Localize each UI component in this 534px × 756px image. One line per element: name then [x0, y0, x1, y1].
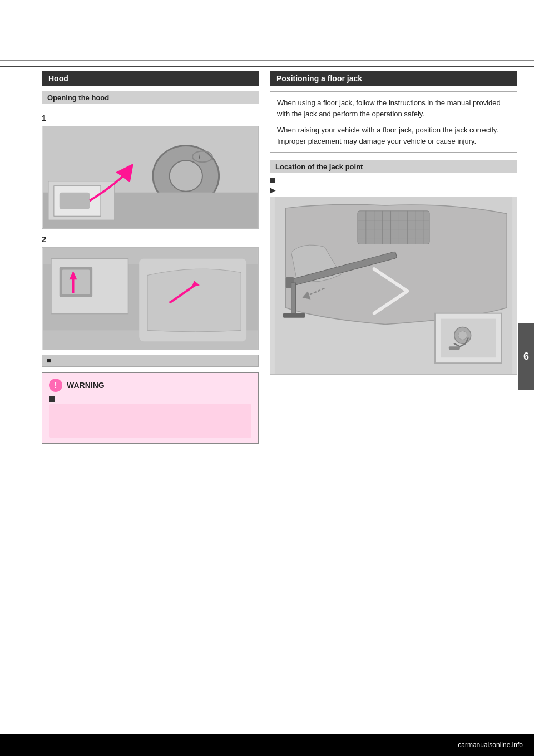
- svg-rect-33: [283, 313, 305, 318]
- floor-jack-info-box: When using a floor jack, follow the inst…: [270, 91, 517, 153]
- opening-hood-header: Opening the hood: [42, 91, 259, 104]
- warning-text-block: [49, 404, 251, 438]
- step-2-number: 2: [42, 234, 259, 244]
- top-divider: [0, 60, 534, 61]
- jack-bullet-arrow: ▶: [270, 185, 517, 194]
- jack-point-header: Location of the jack point: [270, 160, 517, 173]
- left-column: Hood Opening the hood 1: [42, 71, 259, 728]
- hood-section-header: Hood: [42, 71, 259, 86]
- svg-rect-39: [449, 346, 460, 350]
- floor-jack-info-text-1: When using a floor jack, follow the inst…: [277, 97, 510, 119]
- warning-label: WARNING: [67, 381, 105, 390]
- page: 6 Hood Opening the hood 1: [0, 0, 534, 756]
- top-border: [0, 66, 534, 67]
- floor-jack-header: Positioning a floor jack: [270, 71, 517, 86]
- svg-rect-18: [358, 211, 429, 244]
- chapter-tab: 6: [518, 323, 534, 390]
- svg-point-2: [170, 160, 202, 191]
- svg-rect-13: [62, 270, 90, 295]
- hood-step2-image: [42, 247, 259, 350]
- bullet-square: [49, 396, 55, 402]
- svg-rect-32: [291, 283, 296, 316]
- warning-bullet: [49, 396, 251, 402]
- chapter-number: 6: [523, 351, 529, 362]
- floor-jack-info-text-2: When raising your vehicle with a floor j…: [277, 125, 510, 146]
- svg-point-38: [458, 331, 467, 340]
- hood-step1-image: L: [42, 126, 259, 229]
- sub-label: ■: [42, 355, 259, 367]
- warning-icon: !: [49, 379, 62, 392]
- warning-header: ! WARNING: [49, 379, 251, 392]
- hood-step2-svg: [42, 248, 258, 350]
- main-content: Hood Opening the hood 1: [42, 71, 517, 728]
- svg-rect-6: [60, 193, 90, 209]
- step-1-number: 1: [42, 113, 259, 122]
- jack-bullet-black: [270, 178, 517, 183]
- bullet-square-icon: [270, 178, 275, 183]
- jack-point-image: [270, 197, 517, 375]
- hood-step1-svg: L: [42, 126, 258, 228]
- svg-text:L: L: [199, 153, 202, 161]
- bullet-arrow-icon: ▶: [270, 185, 276, 194]
- jack-point-svg: [270, 197, 517, 374]
- website-url: carmanualsonline.info: [458, 741, 523, 749]
- right-column: Positioning a floor jack When using a fl…: [270, 71, 517, 728]
- bottom-bar: carmanualsonline.info: [0, 734, 534, 756]
- warning-box: ! WARNING: [42, 372, 259, 444]
